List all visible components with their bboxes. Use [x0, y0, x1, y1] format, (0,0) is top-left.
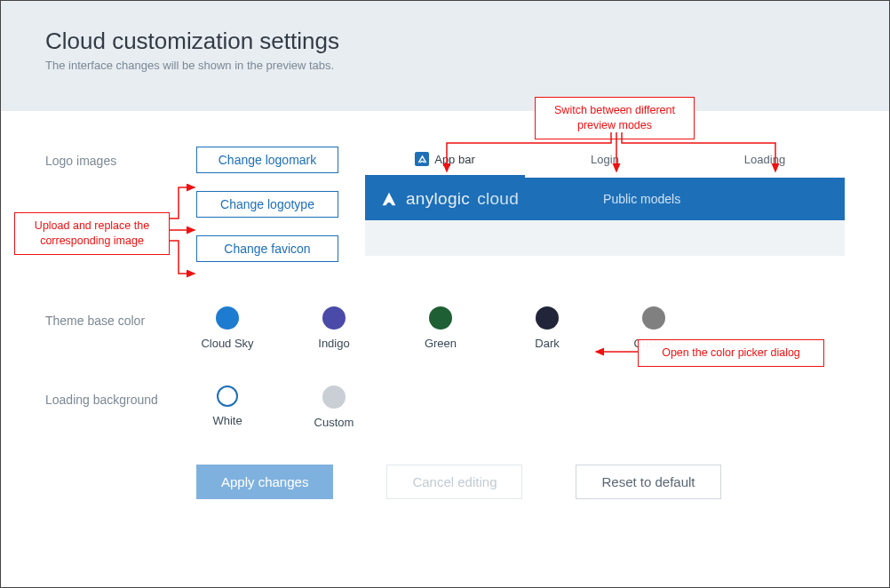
- color-dot[interactable]: [642, 306, 665, 330]
- tab-label: Login: [591, 153, 619, 166]
- loading-swatch-white: White: [196, 385, 258, 429]
- header: Cloud customization settings The interfa…: [1, 1, 889, 111]
- swatch-label: White: [196, 414, 258, 427]
- color-dot[interactable]: [216, 306, 239, 330]
- page-subtitle: The interface changes will be shown in t…: [45, 59, 845, 72]
- theme-color-label: Theme base color: [45, 306, 196, 328]
- color-dot[interactable]: [322, 306, 346, 330]
- callout-upload: Upload and replace the corresponding ima…: [14, 212, 170, 255]
- logo-buttons: Change logomark Change logotype Change f…: [196, 147, 356, 262]
- theme-swatch-green: Green: [409, 306, 472, 350]
- page-title: Cloud customization settings: [45, 28, 845, 55]
- loading-bg-label: Loading background: [45, 385, 196, 407]
- app-bar: anylogic cloud Public models: [365, 178, 845, 220]
- nav-public-models[interactable]: Public models: [603, 192, 680, 206]
- color-dot[interactable]: [322, 385, 346, 409]
- tab-app-bar[interactable]: App bar: [365, 147, 525, 178]
- preview-tabs: App bar Login Loading: [365, 147, 845, 178]
- tab-label: Loading: [744, 153, 785, 166]
- brand-sub: cloud: [477, 189, 519, 209]
- preview-area: App bar Login Loading anylogic cloud Pub…: [365, 147, 845, 256]
- app-bar-preview: anylogic cloud Public models: [365, 178, 845, 256]
- brand-icon: [379, 189, 399, 209]
- color-dot[interactable]: [217, 385, 238, 407]
- callout-tabs: Switch between different preview modes: [535, 97, 695, 139]
- swatch-label: Dark: [516, 337, 578, 350]
- logomark-icon: [415, 152, 429, 166]
- logo-images-label: Logo images: [45, 147, 196, 168]
- brand-main: anylogic: [406, 189, 470, 209]
- change-logotype-button[interactable]: Change logotype: [196, 191, 338, 218]
- loading-swatch-custom: Custom: [303, 385, 365, 429]
- swatch-label: Custom: [303, 416, 365, 429]
- reset-default-button[interactable]: Reset to default: [576, 465, 720, 499]
- callout-color-picker: Open the color picker dialog: [638, 339, 824, 367]
- color-dot[interactable]: [536, 306, 559, 330]
- footer-buttons: Apply changes Cancel editing Reset to de…: [196, 465, 845, 499]
- change-logomark-button[interactable]: Change logomark: [196, 147, 338, 173]
- cancel-editing-button[interactable]: Cancel editing: [386, 465, 522, 499]
- apply-changes-button[interactable]: Apply changes: [196, 465, 333, 499]
- tab-label: App bar: [434, 153, 475, 166]
- tab-login[interactable]: Login: [525, 147, 685, 178]
- theme-swatch-indigo: Indigo: [303, 306, 365, 350]
- swatch-label: Green: [409, 337, 472, 350]
- color-dot[interactable]: [429, 306, 452, 330]
- loading-swatches: WhiteCustom: [196, 385, 365, 429]
- theme-swatch-cloud-sky: Cloud Sky: [196, 306, 258, 350]
- theme-swatch-dark: Dark: [516, 306, 578, 350]
- change-favicon-button[interactable]: Change favicon: [196, 235, 338, 262]
- theme-swatches: Cloud SkyIndigoGreenDarkCustom: [196, 306, 685, 350]
- swatch-label: Indigo: [303, 337, 365, 350]
- loading-bg-row: Loading background WhiteCustom: [45, 385, 845, 429]
- brand: anylogic cloud: [379, 189, 519, 209]
- content: Logo images Change logomark Change logot…: [1, 111, 889, 517]
- swatch-label: Cloud Sky: [196, 337, 258, 350]
- tab-loading[interactable]: Loading: [685, 147, 845, 178]
